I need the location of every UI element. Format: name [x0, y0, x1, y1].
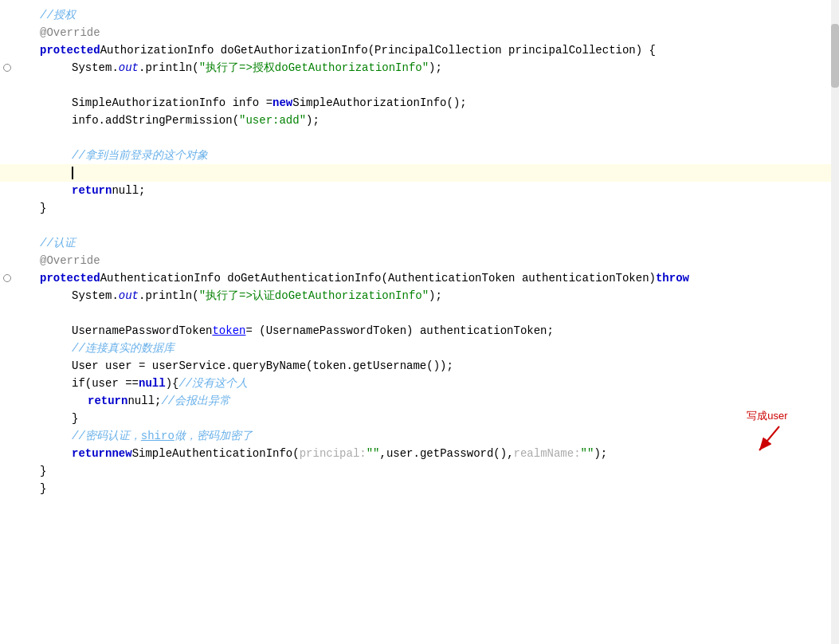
comment-text: //没有这个人: [178, 375, 248, 392]
out-text: out: [119, 287, 139, 304]
normal-text: );: [594, 445, 607, 462]
string-text: "执行了=>授权doGetAuthorizationInfo": [199, 59, 429, 77]
normal-text: UsernamePasswordToken: [72, 322, 212, 340]
code-line: //密码认证，shiro做，密码加密了: [0, 427, 839, 445]
code-line: protected AuthenticationInfo doGetAuthen…: [0, 269, 839, 287]
code-text: //连接真实的数据库: [32, 340, 839, 357]
code-line: [0, 304, 839, 322]
normal-text: }: [72, 410, 78, 427]
normal-text: ){: [166, 375, 179, 392]
code-text: [32, 164, 839, 182]
line-gutter: [0, 77, 32, 94]
code-line: protected AuthorizationInfo doGetAuthori…: [0, 41, 839, 59]
normal-text: System.: [72, 287, 119, 304]
line-gutter: [0, 41, 32, 59]
string-text: "user:add": [239, 112, 306, 129]
code-line: }: [0, 199, 839, 217]
annotation-text: @Override: [40, 24, 100, 41]
line-gutter: [0, 164, 32, 182]
code-text: [32, 129, 839, 147]
line-gutter: [0, 427, 32, 445]
code-text: @Override: [32, 252, 839, 269]
normal-text: if(user ==: [72, 375, 139, 392]
code-line: }: [0, 410, 839, 427]
line-gutter: [0, 375, 32, 392]
comment-text: //认证: [40, 234, 76, 252]
code-line: //连接真实的数据库: [0, 340, 839, 357]
keyword-throw: throw: [656, 269, 689, 287]
code-text: if(user == null){ //没有这个人: [32, 375, 839, 392]
keyword: new: [272, 94, 292, 112]
code-text: System.out.println("执行了=>认证doGetAuthoriz…: [32, 287, 839, 304]
normal-text: AuthenticationInfo doGetAuthenticationIn…: [100, 269, 656, 287]
normal-text: );: [429, 59, 442, 77]
code-text: UsernamePasswordToken token = (UsernameP…: [32, 322, 839, 340]
code-line: [0, 129, 839, 147]
line-gutter: [0, 112, 32, 129]
line-gutter: [0, 94, 32, 112]
code-text: return new SimpleAuthenticationInfo( pri…: [32, 445, 839, 462]
line-gutter: [0, 392, 32, 410]
normal-text: .println(: [139, 287, 199, 304]
line-gutter: [0, 462, 32, 480]
code-line: }: [0, 480, 839, 497]
comment-text: //密码认证，shiro做，密码加密了: [72, 427, 253, 445]
code-text: }: [32, 462, 839, 480]
code-line: return new SimpleAuthenticationInfo( pri…: [0, 445, 839, 462]
normal-text: }: [40, 480, 46, 497]
code-line: User user = userService.queryByName(toke…: [0, 357, 839, 375]
normal-text: AuthorizationInfo doGetAuthorizationInfo…: [100, 41, 656, 59]
code-line: [0, 77, 839, 94]
code-editor: //授权 @Override protected AuthorizationIn…: [0, 0, 839, 644]
code-text: return null;: [32, 182, 839, 199]
line-gutter: [0, 182, 32, 199]
line-gutter: [0, 59, 32, 77]
line-gutter: [0, 287, 32, 304]
link-text: token: [212, 322, 245, 340]
code-line: System.out.println("执行了=>认证doGetAuthoriz…: [0, 287, 839, 304]
code-text: User user = userService.queryByName(toke…: [32, 357, 839, 375]
line-gutter: [0, 129, 32, 147]
out-text: out: [119, 59, 139, 77]
line-gutter: [0, 234, 32, 252]
comment-text: //拿到当前登录的这个对象: [72, 147, 208, 164]
code-text: System.out.println("执行了=>授权doGetAuthoriz…: [32, 59, 839, 77]
code-line: if(user == null){ //没有这个人: [0, 375, 839, 392]
code-text: }: [32, 410, 839, 427]
normal-text: SimpleAuthorizationInfo();: [292, 94, 466, 112]
code-text: SimpleAuthorizationInfo info = new Simpl…: [32, 94, 839, 112]
code-line: //拿到当前登录的这个对象: [0, 147, 839, 164]
string-text: "执行了=>认证doGetAuthorizationInfo": [199, 287, 429, 304]
param-hint: principal:: [300, 445, 367, 462]
normal-text: info.addStringPermission(: [72, 112, 239, 129]
normal-text: }: [40, 199, 46, 217]
code-line-highlighted: [0, 164, 839, 182]
param-hint: realmName:: [514, 445, 581, 462]
line-gutter: [0, 269, 32, 287]
code-text: protected AuthorizationInfo doGetAuthori…: [32, 41, 839, 59]
keyword: return: [88, 392, 127, 410]
code-text: //授权: [32, 6, 839, 24]
code-line: UsernamePasswordToken token = (UsernameP…: [0, 322, 839, 340]
line-gutter: [0, 445, 32, 462]
vertical-scrollbar[interactable]: [831, 0, 839, 644]
code-text: @Override: [32, 24, 839, 41]
annotation-text: @Override: [40, 252, 100, 269]
string-text: "": [581, 445, 594, 462]
keyword: new: [112, 445, 131, 462]
code-line: return null;: [0, 182, 839, 199]
keyword: return: [72, 182, 112, 199]
normal-text: ,user.getPassword(),: [380, 445, 514, 462]
normal-text: null;: [127, 392, 161, 410]
line-gutter: [0, 147, 32, 164]
scrollbar-thumb[interactable]: [831, 24, 839, 88]
line-gutter: [0, 6, 32, 24]
line-gutter: [0, 410, 32, 427]
line-gutter: [0, 24, 32, 41]
comment-text: //连接真实的数据库: [72, 340, 174, 357]
comment-text: //授权: [40, 6, 76, 24]
breakpoint-icon: [2, 273, 13, 284]
code-text: [32, 304, 839, 322]
line-gutter: [0, 199, 32, 217]
code-line: //授权: [0, 6, 839, 24]
